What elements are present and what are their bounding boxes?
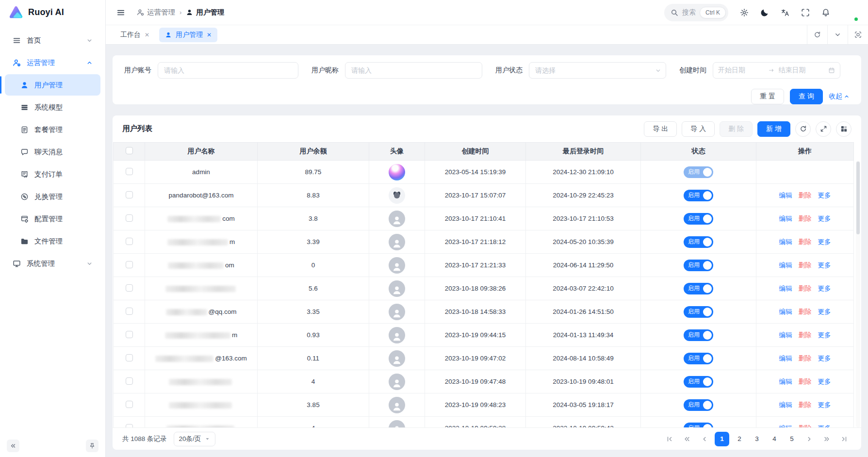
- sidebar-item-system[interactable]: 系统管理: [5, 253, 100, 274]
- row-checkbox[interactable]: [126, 424, 133, 428]
- status-toggle[interactable]: 启用: [684, 399, 713, 411]
- row-checkbox[interactable]: [126, 168, 133, 175]
- row-checkbox[interactable]: [126, 191, 133, 198]
- delete-button[interactable]: 删 除: [720, 121, 753, 137]
- more-link[interactable]: 更多: [818, 261, 831, 270]
- edit-link[interactable]: 编辑: [779, 191, 792, 200]
- more-link[interactable]: 更多: [818, 191, 831, 200]
- export-button[interactable]: 导 出: [644, 121, 677, 137]
- edit-link[interactable]: 编辑: [779, 354, 792, 363]
- sidebar-item-files[interactable]: 文件管理: [5, 230, 100, 252]
- notifications-button[interactable]: [818, 4, 834, 21]
- import-button[interactable]: 导 入: [682, 121, 715, 137]
- row-checkbox[interactable]: [126, 331, 133, 338]
- status-toggle[interactable]: 启用: [684, 190, 713, 201]
- settings-button[interactable]: [736, 4, 753, 21]
- sidebar-item-redeem[interactable]: 兑换管理: [5, 186, 100, 207]
- end-date-placeholder[interactable]: 结束日期: [779, 66, 825, 75]
- fullscreen-button[interactable]: [797, 4, 814, 21]
- status-toggle[interactable]: 启用: [684, 283, 713, 294]
- page-button-1[interactable]: 1: [715, 432, 729, 446]
- row-checkbox[interactable]: [126, 377, 133, 385]
- sidebar-item-config[interactable]: 配置管理: [5, 208, 100, 229]
- expand-table-button[interactable]: [816, 121, 831, 137]
- row-checkbox[interactable]: [126, 214, 133, 222]
- edit-link[interactable]: 编辑: [779, 377, 792, 386]
- scrollbar-thumb[interactable]: [856, 162, 860, 234]
- page-size-select[interactable]: 20条/页: [174, 432, 216, 446]
- sidebar-item-chats[interactable]: 聊天消息: [5, 141, 100, 163]
- column-settings-button[interactable]: [836, 121, 852, 137]
- table-scrollbar[interactable]: [856, 161, 860, 427]
- status-toggle[interactable]: 启用: [684, 329, 713, 341]
- last-page-button[interactable]: [837, 432, 852, 446]
- sidebar-item-users[interactable]: 用户管理: [5, 74, 100, 96]
- edit-link[interactable]: 编辑: [779, 331, 792, 340]
- more-link[interactable]: 更多: [818, 284, 831, 293]
- sidebar-item-models[interactable]: 系统模型: [5, 97, 100, 118]
- sidebar-item-packages[interactable]: 套餐管理: [5, 119, 100, 140]
- more-link[interactable]: 更多: [818, 308, 831, 316]
- language-button[interactable]: [777, 4, 793, 21]
- prev-page-button[interactable]: [697, 432, 712, 446]
- sidebar-toggle-button[interactable]: [113, 4, 129, 21]
- status-toggle[interactable]: 启用: [684, 260, 713, 271]
- edit-link[interactable]: 编辑: [779, 238, 792, 246]
- global-search[interactable]: 搜索 Ctrl K: [664, 4, 728, 21]
- delete-link[interactable]: 删除: [799, 424, 812, 428]
- search-button[interactable]: 查 询: [790, 89, 823, 104]
- reset-button[interactable]: 重 置: [751, 89, 784, 104]
- select-all-checkbox[interactable]: [126, 147, 133, 154]
- start-date-placeholder[interactable]: 开始日期: [718, 66, 764, 75]
- breadcrumb-operations[interactable]: 运营管理: [137, 8, 175, 17]
- edit-link[interactable]: 编辑: [779, 284, 792, 293]
- content-fullscreen-button[interactable]: [848, 25, 868, 44]
- delete-link[interactable]: 删除: [799, 354, 812, 363]
- jump-next-button[interactable]: [819, 432, 834, 446]
- delete-link[interactable]: 删除: [799, 191, 812, 200]
- edit-link[interactable]: 编辑: [779, 424, 792, 428]
- row-checkbox[interactable]: [126, 238, 133, 245]
- row-checkbox[interactable]: [126, 261, 133, 268]
- tab-workbench[interactable]: 工作台 ✕: [115, 28, 155, 42]
- dark-mode-button[interactable]: [756, 4, 773, 21]
- status-toggle[interactable]: 启用: [684, 236, 713, 248]
- more-link[interactable]: 更多: [818, 238, 831, 246]
- more-link[interactable]: 更多: [818, 214, 831, 223]
- collapse-filters-link[interactable]: 收起: [829, 92, 850, 101]
- jump-prev-button[interactable]: [680, 432, 694, 446]
- edit-link[interactable]: 编辑: [779, 401, 792, 409]
- more-link[interactable]: 更多: [818, 354, 831, 363]
- page-button-2[interactable]: 2: [732, 432, 747, 446]
- edit-link[interactable]: 编辑: [779, 261, 792, 270]
- sidebar-item-home[interactable]: 首页: [5, 30, 100, 51]
- edit-link[interactable]: 编辑: [779, 308, 792, 316]
- tab-options-button[interactable]: [827, 25, 848, 44]
- refresh-table-button[interactable]: [795, 121, 811, 137]
- more-link[interactable]: 更多: [818, 377, 831, 386]
- delete-link[interactable]: 删除: [799, 238, 812, 246]
- delete-link[interactable]: 删除: [799, 214, 812, 223]
- more-link[interactable]: 更多: [818, 424, 831, 428]
- refresh-page-button[interactable]: [807, 25, 827, 44]
- sidebar-pin-button[interactable]: [86, 440, 98, 452]
- sidebar-item-orders[interactable]: 支付订单: [5, 163, 100, 185]
- row-checkbox[interactable]: [126, 308, 133, 315]
- row-checkbox[interactable]: [126, 401, 133, 408]
- breadcrumb-users[interactable]: 用户管理: [186, 8, 224, 17]
- page-button-3[interactable]: 3: [750, 432, 764, 446]
- delete-link[interactable]: 删除: [799, 261, 812, 270]
- sidebar-item-operations[interactable]: 运营管理: [5, 52, 100, 73]
- status-toggle[interactable]: 启用: [684, 353, 713, 364]
- close-icon[interactable]: ✕: [145, 32, 149, 38]
- status-toggle[interactable]: 启用: [684, 166, 713, 178]
- more-link[interactable]: 更多: [818, 401, 831, 409]
- sidebar-collapse-button[interactable]: [7, 440, 19, 452]
- delete-link[interactable]: 删除: [799, 377, 812, 386]
- edit-link[interactable]: 编辑: [779, 214, 792, 223]
- nickname-input[interactable]: [345, 62, 482, 79]
- page-button-5[interactable]: 5: [785, 432, 799, 446]
- status-select[interactable]: [529, 62, 666, 79]
- user-avatar[interactable]: [841, 4, 858, 21]
- next-page-button[interactable]: [802, 432, 817, 446]
